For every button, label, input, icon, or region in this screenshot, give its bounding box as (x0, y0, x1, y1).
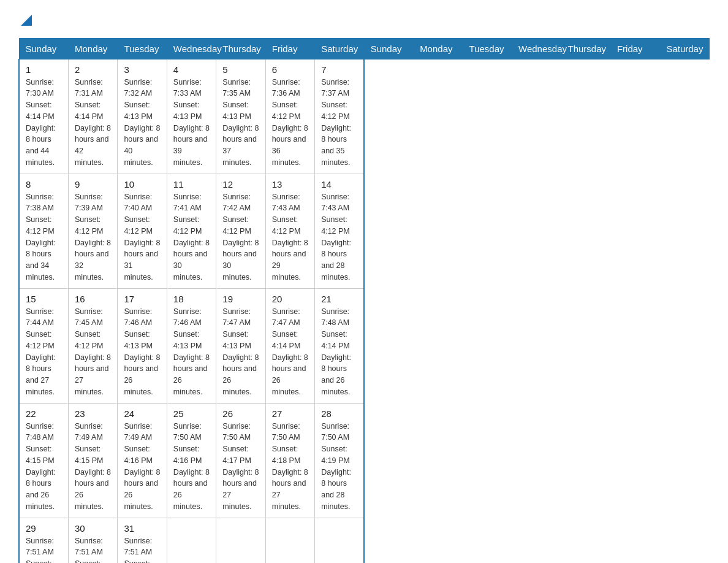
day-info: Sunrise: 7:31 AMSunset: 4:14 PMDaylight:… (75, 77, 111, 169)
calendar-cell: 21Sunrise: 7:48 AMSunset: 4:14 PMDayligh… (315, 288, 364, 403)
header-saturday: Saturday (315, 38, 364, 59)
day-number: 25 (173, 408, 210, 419)
calendar-cell (216, 518, 265, 563)
calendar-cell: 5Sunrise: 7:35 AMSunset: 4:13 PMDaylight… (216, 59, 265, 174)
calendar-cell: 2Sunrise: 7:31 AMSunset: 4:14 PMDaylight… (68, 59, 117, 174)
day-info: Sunrise: 7:48 AMSunset: 4:14 PMDaylight:… (321, 306, 357, 398)
day-info: Sunrise: 7:51 AMSunset: 4:20 PMDaylight:… (75, 535, 111, 563)
calendar-cell: 17Sunrise: 7:46 AMSunset: 4:13 PMDayligh… (118, 288, 167, 403)
day-info: Sunrise: 7:43 AMSunset: 4:12 PMDaylight:… (272, 191, 308, 283)
day-number: 19 (222, 294, 259, 304)
day-number: 1 (26, 64, 62, 75)
header-wednesday: Wednesday (167, 38, 216, 59)
calendar-cell: 16Sunrise: 7:45 AMSunset: 4:12 PMDayligh… (68, 288, 117, 403)
day-number: 12 (222, 179, 259, 190)
week-row-4: 22Sunrise: 7:48 AMSunset: 4:15 PMDayligh… (19, 403, 710, 518)
calendar-cell: 12Sunrise: 7:42 AMSunset: 4:12 PMDayligh… (216, 174, 265, 288)
calendar-table: SundayMondayTuesdayWednesdayThursdayFrid… (18, 38, 710, 563)
calendar-cell: 4Sunrise: 7:33 AMSunset: 4:13 PMDaylight… (167, 59, 216, 174)
day-info: Sunrise: 7:51 AMSunset: 4:19 PMDaylight:… (26, 535, 62, 563)
calendar-cell: 31Sunrise: 7:51 AMSunset: 4:21 PMDayligh… (118, 518, 167, 563)
week-row-2: 8Sunrise: 7:38 AMSunset: 4:12 PMDaylight… (19, 174, 710, 288)
day-number: 27 (272, 408, 308, 419)
day-info: Sunrise: 7:32 AMSunset: 4:13 PMDaylight:… (124, 77, 160, 169)
header-monday: Monday (68, 38, 117, 59)
calendar-cell: 8Sunrise: 7:38 AMSunset: 4:12 PMDaylight… (19, 174, 68, 288)
day-number: 18 (173, 294, 210, 304)
col-header-sunday: Sunday (364, 38, 413, 59)
calendar-cell: 25Sunrise: 7:50 AMSunset: 4:16 PMDayligh… (167, 403, 216, 518)
day-number: 14 (321, 179, 357, 190)
calendar-cell: 19Sunrise: 7:47 AMSunset: 4:13 PMDayligh… (216, 288, 265, 403)
header-thursday: Thursday (216, 38, 265, 59)
day-info: Sunrise: 7:48 AMSunset: 4:15 PMDaylight:… (26, 421, 62, 513)
header-sunday: Sunday (19, 38, 68, 59)
calendar-cell: 23Sunrise: 7:49 AMSunset: 4:15 PMDayligh… (68, 403, 117, 518)
day-info: Sunrise: 7:38 AMSunset: 4:12 PMDaylight:… (26, 191, 62, 283)
logo (18, 12, 32, 28)
day-number: 26 (222, 408, 259, 419)
day-number: 5 (222, 64, 259, 75)
day-info: Sunrise: 7:47 AMSunset: 4:13 PMDaylight:… (222, 306, 259, 398)
week-row-3: 15Sunrise: 7:44 AMSunset: 4:12 PMDayligh… (19, 288, 710, 403)
day-number: 20 (272, 294, 308, 304)
col-header-saturday: Saturday (660, 38, 710, 59)
day-number: 6 (272, 64, 308, 75)
day-info: Sunrise: 7:49 AMSunset: 4:16 PMDaylight:… (124, 421, 160, 513)
day-number: 8 (26, 179, 62, 190)
day-info: Sunrise: 7:50 AMSunset: 4:19 PMDaylight:… (321, 421, 357, 513)
calendar-header-row: SundayMondayTuesdayWednesdayThursdayFrid… (19, 38, 710, 59)
col-header-friday: Friday (610, 38, 659, 59)
col-header-monday: Monday (414, 38, 463, 59)
day-number: 16 (75, 294, 111, 304)
calendar-cell: 11Sunrise: 7:41 AMSunset: 4:12 PMDayligh… (167, 174, 216, 288)
day-info: Sunrise: 7:46 AMSunset: 4:13 PMDaylight:… (124, 306, 160, 398)
calendar-cell: 15Sunrise: 7:44 AMSunset: 4:12 PMDayligh… (19, 288, 68, 403)
day-number: 4 (173, 64, 210, 75)
calendar-cell: 7Sunrise: 7:37 AMSunset: 4:12 PMDaylight… (315, 59, 364, 174)
day-info: Sunrise: 7:42 AMSunset: 4:12 PMDaylight:… (222, 191, 259, 283)
day-number: 7 (321, 64, 357, 75)
day-info: Sunrise: 7:36 AMSunset: 4:12 PMDaylight:… (272, 77, 308, 169)
header (18, 12, 710, 28)
calendar-cell: 13Sunrise: 7:43 AMSunset: 4:12 PMDayligh… (265, 174, 314, 288)
day-info: Sunrise: 7:35 AMSunset: 4:13 PMDaylight:… (222, 77, 259, 169)
calendar-cell: 28Sunrise: 7:50 AMSunset: 4:19 PMDayligh… (315, 403, 364, 518)
calendar-cell: 24Sunrise: 7:49 AMSunset: 4:16 PMDayligh… (118, 403, 167, 518)
day-info: Sunrise: 7:45 AMSunset: 4:12 PMDaylight:… (75, 306, 111, 398)
day-info: Sunrise: 7:50 AMSunset: 4:18 PMDaylight:… (272, 421, 308, 513)
calendar-cell: 22Sunrise: 7:48 AMSunset: 4:15 PMDayligh… (19, 403, 68, 518)
calendar-cell: 18Sunrise: 7:46 AMSunset: 4:13 PMDayligh… (167, 288, 216, 403)
day-number: 29 (26, 523, 62, 534)
calendar-cell: 20Sunrise: 7:47 AMSunset: 4:14 PMDayligh… (265, 288, 314, 403)
day-number: 10 (124, 179, 160, 190)
calendar-cell: 6Sunrise: 7:36 AMSunset: 4:12 PMDaylight… (265, 59, 314, 174)
day-info: Sunrise: 7:44 AMSunset: 4:12 PMDaylight:… (26, 306, 62, 398)
col-header-thursday: Thursday (561, 38, 610, 59)
day-number: 13 (272, 179, 308, 190)
day-info: Sunrise: 7:50 AMSunset: 4:17 PMDaylight:… (222, 421, 259, 513)
day-number: 17 (124, 294, 160, 304)
day-info: Sunrise: 7:39 AMSunset: 4:12 PMDaylight:… (75, 191, 111, 283)
day-number: 31 (124, 523, 160, 534)
day-number: 30 (75, 523, 111, 534)
day-info: Sunrise: 7:37 AMSunset: 4:12 PMDaylight:… (321, 77, 357, 169)
day-number: 9 (75, 179, 111, 190)
calendar-cell (315, 518, 364, 563)
header-tuesday: Tuesday (118, 38, 167, 59)
day-info: Sunrise: 7:46 AMSunset: 4:13 PMDaylight:… (173, 306, 210, 398)
week-row-1: 1Sunrise: 7:30 AMSunset: 4:14 PMDaylight… (19, 59, 710, 174)
day-info: Sunrise: 7:51 AMSunset: 4:21 PMDaylight:… (124, 535, 160, 563)
day-number: 2 (75, 64, 111, 75)
day-number: 11 (173, 179, 210, 190)
calendar-cell: 1Sunrise: 7:30 AMSunset: 4:14 PMDaylight… (19, 59, 68, 174)
day-number: 24 (124, 408, 160, 419)
calendar-cell: 10Sunrise: 7:40 AMSunset: 4:12 PMDayligh… (118, 174, 167, 288)
day-info: Sunrise: 7:40 AMSunset: 4:12 PMDaylight:… (124, 191, 160, 283)
calendar-cell: 30Sunrise: 7:51 AMSunset: 4:20 PMDayligh… (68, 518, 117, 563)
day-info: Sunrise: 7:33 AMSunset: 4:13 PMDaylight:… (173, 77, 210, 169)
day-info: Sunrise: 7:30 AMSunset: 4:14 PMDaylight:… (26, 77, 62, 169)
calendar-cell: 3Sunrise: 7:32 AMSunset: 4:13 PMDaylight… (118, 59, 167, 174)
day-info: Sunrise: 7:41 AMSunset: 4:12 PMDaylight:… (173, 191, 210, 283)
week-row-5: 29Sunrise: 7:51 AMSunset: 4:19 PMDayligh… (19, 518, 710, 563)
